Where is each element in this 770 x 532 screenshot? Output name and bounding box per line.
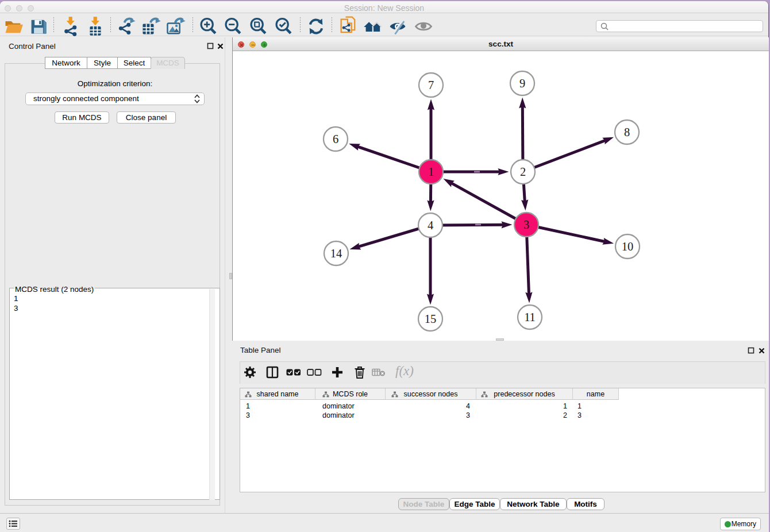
svg-text:15: 15 — [425, 313, 437, 325]
svg-text:7: 7 — [428, 79, 434, 91]
svg-text:2: 2 — [520, 165, 526, 178]
svg-text:10: 10 — [622, 240, 634, 253]
svg-text:1: 1 — [428, 165, 434, 178]
svg-text:4: 4 — [428, 219, 433, 232]
svg-text:11: 11 — [524, 311, 536, 323]
svg-text:6: 6 — [333, 133, 338, 145]
svg-text:3: 3 — [523, 218, 529, 231]
svg-text:14: 14 — [330, 247, 342, 260]
svg-text:9: 9 — [519, 77, 525, 90]
svg-text:8: 8 — [624, 126, 630, 138]
